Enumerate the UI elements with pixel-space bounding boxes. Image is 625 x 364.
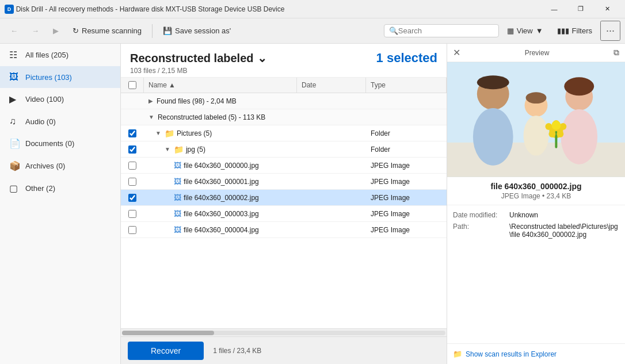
minimize-button[interactable]: — — [541, 0, 567, 18]
path-label: Path: — [453, 223, 505, 231]
table-row[interactable]: 🖼 file 640x360_000004.jpg JPEG Image — [121, 222, 447, 238]
row-date — [297, 180, 366, 183]
save-icon: 💾 — [163, 26, 172, 35]
sidebar-item-label: All files (205) — [25, 51, 68, 59]
search-input[interactable] — [398, 26, 490, 35]
svg-point-14 — [559, 123, 566, 130]
row-checkbox[interactable] — [128, 210, 136, 218]
filters-button[interactable]: ▮▮▮ Filters — [551, 24, 598, 38]
file-icon: 🖼 — [174, 225, 181, 234]
sidebar-item-pictures[interactable]: 🖼 Pictures (103) — [0, 66, 120, 88]
file-name: Pictures (5) — [177, 129, 212, 137]
folder-icon: 📁 — [165, 129, 174, 138]
file-icon: 🖼 — [174, 177, 181, 186]
table-row[interactable]: 🖼 file 640x360_000003.jpg JPEG Image — [121, 206, 447, 222]
scrollbar-track — [122, 331, 445, 335]
header-checkbox-cell — [121, 78, 144, 93]
preview-header: ✕ Preview ⧉ — [447, 44, 625, 62]
row-checkbox[interactable] — [128, 162, 136, 170]
header-name[interactable]: Name ▲ — [144, 78, 297, 93]
sidebar-item-documents[interactable]: 📄 Documents (0) — [0, 132, 120, 155]
preview-close-button[interactable]: ✕ — [453, 47, 460, 58]
file-name: jpg (5) — [186, 145, 205, 154]
sidebar-item-all-files[interactable]: ☷ All files (205) — [0, 44, 120, 66]
row-checkbox[interactable] — [128, 178, 136, 186]
play-button[interactable]: ▶ — [47, 24, 64, 38]
pictures-icon: 🖼 — [9, 72, 20, 82]
table-row[interactable]: ▶ Found files (98) - 2,04 MB — [121, 93, 447, 109]
svg-point-7 — [564, 77, 594, 95]
group-name: Found files (98) - 2,04 MB — [157, 97, 237, 105]
header-date[interactable]: Date — [297, 78, 366, 93]
table-row[interactable]: 🖼 file 640x360_000000.jpg JPEG Image — [121, 158, 447, 174]
view-icon: ▦ — [507, 26, 514, 35]
forward-button[interactable]: → — [26, 24, 45, 38]
expand-arrow-icon[interactable]: ▼ — [155, 130, 161, 136]
file-icon: 🖼 — [174, 193, 181, 202]
resume-icon: ↻ — [73, 26, 79, 35]
svg-point-9 — [524, 116, 549, 156]
table-row[interactable]: ▼ 📁 jpg (5) Folder — [121, 141, 447, 158]
path-value: \Reconstructed labeled\Pictures\jpg\file… — [509, 223, 619, 239]
header-type[interactable]: Type — [366, 78, 447, 93]
close-button[interactable]: ✕ — [594, 0, 620, 18]
row-checkbox[interactable] — [128, 194, 136, 202]
row-date — [297, 99, 366, 103]
titlebar: D Disk Drill - All recovery methods - Ha… — [0, 0, 625, 18]
row-date — [297, 212, 366, 216]
date-modified-label: Date modified: — [453, 211, 505, 219]
row-name: ▼ 📁 Pictures (5) — [144, 127, 297, 140]
row-name: ▼ Reconstructed labeled (5) - 113 KB — [144, 112, 297, 123]
expand-arrow-icon[interactable]: ▼ — [165, 146, 170, 152]
show-in-explorer-link[interactable]: Show scan results in Explorer — [466, 350, 557, 358]
table-row[interactable]: ▼ Reconstructed labeled (5) - 113 KB — [121, 109, 447, 125]
preview-panel: ✕ Preview ⧉ — [447, 44, 625, 364]
documents-icon: 📄 — [9, 138, 20, 149]
row-type — [366, 99, 447, 103]
row-checkbox[interactable] — [128, 226, 136, 234]
sort-icon: ▲ — [169, 81, 176, 89]
scrollbar-thumb[interactable] — [122, 331, 214, 335]
row-checkbox-cell — [121, 116, 144, 119]
more-button[interactable]: ··· — [600, 21, 620, 41]
view-button[interactable]: ▦ View ▼ — [501, 24, 549, 38]
row-name: ▼ 📁 jpg (5) — [144, 143, 297, 156]
row-name: 🖼 file 640x360_000000.jpg — [144, 159, 297, 171]
title-dropdown-icon[interactable]: ⌄ — [257, 51, 267, 65]
row-date — [297, 148, 366, 151]
expand-arrow-icon[interactable]: ▼ — [148, 114, 154, 120]
file-table: Name ▲ Date Type ▶ Found files (98) - 2,… — [121, 78, 447, 328]
file-icon: 🖼 — [174, 209, 181, 218]
copy-icon[interactable]: ⧉ — [613, 48, 619, 58]
photo-placeholder — [447, 62, 625, 177]
expand-arrow-icon[interactable]: ▶ — [148, 98, 153, 104]
sidebar-item-audio[interactable]: ♫ Audio (0) — [0, 110, 120, 132]
date-modified-value: Unknown — [509, 211, 538, 219]
content-subtitle: 103 files / 2,15 MB — [130, 67, 437, 75]
file-name: file 640x360_000002.jpg — [184, 194, 259, 202]
svg-point-16 — [548, 131, 555, 137]
row-date — [297, 164, 366, 167]
save-session-button[interactable]: 💾 Save session as' — [157, 24, 237, 38]
search-box: 🔍 — [384, 24, 499, 37]
sidebar-item-other[interactable]: ▢ Other (2) — [0, 177, 120, 200]
sidebar-item-video[interactable]: ▶ Video (100) — [0, 88, 120, 110]
restore-button[interactable]: ❐ — [567, 0, 594, 18]
preview-meta: Date modified: Unknown Path: \Reconstruc… — [447, 205, 625, 248]
date-column-label: Date — [302, 81, 316, 89]
row-checkbox[interactable] — [128, 145, 136, 154]
row-checkbox[interactable] — [128, 129, 136, 137]
select-all-checkbox[interactable] — [128, 81, 136, 89]
table-row[interactable]: ▼ 📁 Pictures (5) Folder — [121, 125, 447, 141]
recover-button[interactable]: Recover — [128, 342, 204, 360]
resume-scanning-button[interactable]: ↻ Resume scanning — [67, 24, 147, 38]
row-type: JPEG Image — [366, 176, 447, 187]
horizontal-scrollbar[interactable] — [121, 328, 447, 336]
table-row[interactable]: 🖼 file 640x360_000002.jpg JPEG Image — [121, 190, 447, 206]
table-row[interactable]: 🖼 file 640x360_000001.jpg JPEG Image — [121, 174, 447, 190]
type-column-label: Type — [371, 81, 386, 89]
back-button[interactable]: ← — [5, 24, 24, 38]
sidebar-item-archives[interactable]: 📦 Archives (0) — [0, 155, 120, 177]
selected-count: 1 selected — [376, 51, 437, 66]
row-checkbox-cell — [121, 160, 144, 171]
